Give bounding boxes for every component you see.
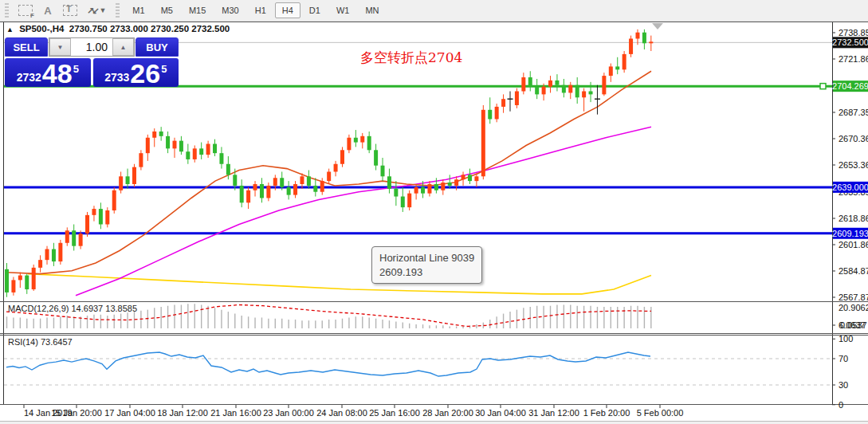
buy-price[interactable]: 2733 26 5 xyxy=(93,58,179,87)
time-axis-label: 18 Jan 12:00 xyxy=(157,408,208,418)
time-axis-label: 30 Jan 04:00 xyxy=(475,408,526,418)
object-tooltip: Horizontal Line 9039 2609.193 xyxy=(371,246,482,284)
timeframe-button-m1[interactable]: M1 xyxy=(125,2,151,18)
volume-value[interactable]: 1.00 xyxy=(71,38,112,56)
svg-text:0.0537: 0.0537 xyxy=(840,320,867,330)
rsi-pane[interactable] xyxy=(4,352,832,385)
toolbar: F A T ↗↙ ▼ M1M5M15M30H1H4D1W1MN xyxy=(0,0,868,22)
timeframe-button-m5[interactable]: M5 xyxy=(154,2,180,18)
svg-text:20.9062: 20.9062 xyxy=(839,303,868,312)
price-axis-label: 2567.875 xyxy=(839,292,868,302)
rsi-indicator-label: RSI(14) 73.6457 xyxy=(8,337,73,347)
timeframe-button-h4[interactable]: H4 xyxy=(275,2,300,18)
price-badge: 2639.000 xyxy=(832,183,868,192)
time-axis-label: 15 Jan 20:00 xyxy=(51,408,102,418)
arrows-icon: ↗↙ xyxy=(87,6,96,16)
time-axis-label: 1 Feb 20:00 xyxy=(583,408,630,418)
tooltip-value: 2609.193 xyxy=(379,265,474,280)
tooltip-title: Horizontal Line 9039 xyxy=(379,251,474,265)
chart-window: 2738.8552721.8602687.3552670.3602653.365… xyxy=(0,22,868,422)
timeframe-button-h1[interactable]: H1 xyxy=(248,2,273,18)
symbol-period: SP500-,H4 xyxy=(19,24,64,33)
timeframe-button-m30[interactable]: M30 xyxy=(214,2,245,18)
price-axis-label: 2687.355 xyxy=(839,108,868,117)
macd-indicator-label: MACD(12,26,9) 14.6937 13.8585 xyxy=(8,304,137,313)
buy-button[interactable]: BUY xyxy=(136,37,179,57)
svg-text:100: 100 xyxy=(839,334,853,344)
time-axis-label: 24 Jan 08:00 xyxy=(316,408,367,418)
dashed-grid-icon: F xyxy=(18,5,33,16)
toolbar-grip[interactable] xyxy=(116,3,120,18)
price-badge: 2732.500 xyxy=(832,37,868,47)
scroll-end-marker-icon[interactable] xyxy=(652,23,663,29)
price-axis-label: 2670.360 xyxy=(839,134,868,143)
price-axis[interactable]: 2738.8552721.8602687.3552670.3602653.365… xyxy=(832,28,868,302)
ma-slow-line xyxy=(28,274,651,294)
time-axis-label: 31 Jan 12:00 xyxy=(528,408,579,418)
time-axis-label: 28 Jan 20:00 xyxy=(422,408,473,418)
ma-mid-line xyxy=(76,127,651,296)
indicator-scales: 20.90626.06370.053710070300 xyxy=(832,303,868,410)
sell-price[interactable]: 2732 48 5 xyxy=(5,58,91,87)
volume-box: ▼ 1.00 ▲ xyxy=(49,37,135,57)
price-badge: 2609.193 xyxy=(832,229,868,238)
boxed-t-icon: T xyxy=(63,5,77,16)
timeframe-button-mn[interactable]: MN xyxy=(358,2,386,18)
price-badge: 2704.269 xyxy=(832,81,868,91)
timeframe-button-w1[interactable]: W1 xyxy=(329,2,357,18)
svg-text:30: 30 xyxy=(839,380,848,390)
volume-decrease-button[interactable]: ▼ xyxy=(49,38,71,56)
price-axis-label: 2738.855 xyxy=(839,28,868,37)
time-axis-label: 17 Jan 04:00 xyxy=(104,408,155,418)
toolbar-grip[interactable] xyxy=(5,3,9,18)
mt4-terminal: F A T ↗↙ ▼ M1M5M15M30H1H4D1W1MN 2738.855… xyxy=(0,0,868,424)
price-axis-label: 2721.860 xyxy=(839,54,868,64)
time-axis[interactable]: 14 Jan 201915 Jan 20:0017 Jan 04:0018 Ja… xyxy=(24,405,683,418)
arrow-objects-tool-button[interactable]: ↗↙ ▼ xyxy=(82,2,111,19)
text-label-tool-button[interactable]: A xyxy=(37,2,58,19)
price-axis-label: 2584.870 xyxy=(839,266,868,276)
price-axis-label: 2601.865 xyxy=(839,240,868,249)
timeframe-button-m15[interactable]: M15 xyxy=(182,2,213,18)
chevron-down-icon: ▼ xyxy=(99,6,106,14)
text-box-tool-button[interactable]: T xyxy=(58,2,82,19)
timeframe-button-d1[interactable]: D1 xyxy=(302,2,328,18)
collapse-triangle-icon[interactable]: ▲ xyxy=(6,26,14,33)
volume-increase-button[interactable]: ▲ xyxy=(112,38,134,56)
letter-a-icon: A xyxy=(44,5,51,17)
time-axis-label: 21 Jan 16:00 xyxy=(210,408,261,418)
price-axis-label: 2618.860 xyxy=(839,214,868,223)
one-click-trading-panel: SELL ▼ 1.00 ▲ BUY 2732 48 5 2733 26 5 xyxy=(5,37,179,87)
time-axis-label: 25 Jan 16:00 xyxy=(369,408,420,418)
svg-text:70: 70 xyxy=(839,354,848,363)
chart-annotation-text: 多空转折点2704 xyxy=(360,49,462,67)
sell-button[interactable]: SELL xyxy=(5,37,48,57)
time-axis-label: 23 Jan 00:00 xyxy=(263,408,314,418)
chart-title: ▲ SP500-,H4 2730.750 2733.000 2730.250 2… xyxy=(6,24,230,33)
time-axis-label: 5 Feb 00:00 xyxy=(637,408,684,418)
ohlc-values: 2730.750 2733.000 2730.250 2732.500 xyxy=(69,24,230,33)
svg-text:0: 0 xyxy=(839,400,843,410)
timeframe-buttons: M1M5M15M30H1H4D1W1MN xyxy=(124,2,387,18)
price-axis-label: 2653.365 xyxy=(839,160,868,170)
crosshair-grid-tool-button[interactable]: F xyxy=(14,2,37,19)
horizontal-lines[interactable] xyxy=(4,84,832,234)
